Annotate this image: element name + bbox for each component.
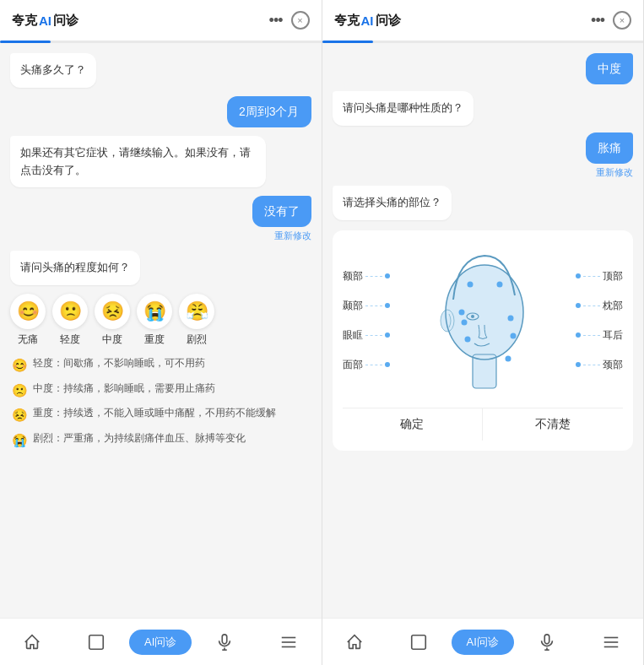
mic-icon-right [536, 631, 558, 653]
square-icon [85, 631, 107, 653]
left-nav-mic[interactable] [192, 631, 257, 653]
menu-icon-left [278, 631, 300, 653]
region-label-顶部[interactable]: 顶部 [603, 269, 623, 284]
left-re-edit[interactable]: 重新修改 [274, 230, 311, 242]
right-header-actions: ••• × [591, 11, 631, 30]
left-ai-pill[interactable]: AI问诊 [129, 630, 192, 655]
desc-emoji-0: 😊 [12, 356, 28, 376]
left-close-icon[interactable]: × [291, 11, 310, 30]
svg-rect-22 [411, 635, 425, 649]
desc-list: 😊 轻度：间歇痛，不影响睡眠，可不用药 🙁 中度：持续痛，影响睡眠，需要用止痛药… [10, 355, 278, 450]
left-header: 夸克AI问诊 ••• × [0, 0, 322, 41]
left-nav-ai[interactable]: AI问诊 [128, 630, 192, 655]
pain-emoji-1: 🙁 [52, 294, 88, 329]
pain-emoji-0: 😊 [10, 294, 46, 329]
home-icon-right [344, 631, 365, 653]
right-nav-mic[interactable] [515, 631, 579, 653]
svg-point-12 [471, 315, 474, 318]
left-title-ai: AI [39, 14, 51, 28]
left-chat-area: 头痛多久了？ 2周到3个月 如果还有其它症状，请继续输入。如果没有，请点击没有了… [0, 43, 322, 618]
right-nav-square[interactable] [387, 631, 451, 653]
desc-emoji-3: 😭 [12, 431, 28, 451]
user-msg-2: 没有了 [252, 196, 311, 227]
region-label-面部[interactable]: 面部 [343, 358, 363, 372]
left-panel: 夸克AI问诊 ••• × 头痛多久了？ 2周到3个月 如果还有其它症状，请继续输… [0, 0, 322, 665]
region-label-枕部[interactable]: 枕部 [603, 299, 623, 313]
right-header: 夸克AI问诊 ••• × [322, 0, 644, 41]
svg-rect-0 [89, 635, 104, 649]
right-title: 夸克AI问诊 [334, 13, 401, 29]
left-nav-home[interactable] [0, 631, 64, 653]
confirm-button[interactable]: 确定 [343, 408, 484, 441]
right-user-msg-2: 胀痛 [586, 132, 633, 164]
bot-msg-1: 头痛多久了？ [10, 53, 96, 88]
pain-opt-4[interactable]: 😤 剧烈 [179, 294, 214, 347]
desc-item-1: 🙁 中度：持续痛，影响睡眠，需要用止痛药 [12, 381, 276, 401]
region-label-额部[interactable]: 额部 [343, 269, 363, 284]
unclear-button[interactable]: 不清楚 [483, 408, 623, 441]
pain-label-3: 重度 [144, 332, 165, 347]
left-label-2-row: 眼眶 [343, 328, 390, 343]
user-msg-1-wrap: 2周到3个月 [10, 96, 311, 127]
right-title-prefix: 夸克 [334, 13, 360, 29]
pain-opt-2[interactable]: 😣 中度 [95, 294, 130, 347]
region-label-颞部[interactable]: 颞部 [343, 299, 363, 313]
svg-point-19 [510, 332, 516, 338]
svg-point-16 [458, 309, 464, 315]
pain-emoji-3: 😭 [137, 294, 172, 329]
left-label-1-row: 颞部 [343, 299, 390, 313]
left-nav-square[interactable] [64, 631, 128, 653]
user-msg-2-wrap: 没有了 重新修改 [10, 196, 311, 242]
left-nav-menu[interactable] [257, 631, 321, 653]
region-label-耳后[interactable]: 耳后 [603, 328, 623, 343]
right-bot-msg-2: 请选择头痛的部位？ [333, 186, 452, 220]
labels-right: 顶部 枕部 耳后 颈部 [571, 269, 623, 372]
right-nav-menu[interactable] [579, 631, 643, 653]
desc-emoji-1: 🙁 [12, 381, 28, 401]
diagram-actions: 确定 不清楚 [343, 408, 624, 441]
user-msg-1: 2周到3个月 [227, 96, 311, 127]
labels-left: 额部 颞部 眼眶 面部 [343, 269, 395, 372]
svg-point-14 [467, 281, 473, 287]
right-re-edit[interactable]: 重新修改 [596, 166, 633, 179]
right-bot-msg-1: 请问头痛是哪种性质的？ [333, 91, 474, 126]
head-illustration [432, 241, 533, 401]
right-title-suffix: 问诊 [376, 13, 401, 29]
right-ai-pill[interactable]: AI问诊 [452, 630, 514, 655]
pain-label-4: 剧烈 [187, 332, 207, 347]
right-user-msg-1-wrap: 中度 [333, 53, 634, 84]
right-nav-ai[interactable]: AI问诊 [451, 630, 515, 655]
svg-point-20 [464, 336, 470, 342]
head-diagram: 额部 颞部 眼眶 面部 [333, 230, 634, 451]
right-close-icon[interactable]: × [613, 11, 631, 30]
pain-opt-1[interactable]: 🙁 轻度 [52, 294, 88, 347]
pain-emoji-4: 😤 [179, 294, 214, 329]
mic-icon [214, 631, 235, 653]
left-dots-icon[interactable]: ••• [269, 12, 283, 30]
right-label-3-row: 颈部 [576, 358, 623, 372]
pain-opt-3[interactable]: 😭 重度 [137, 294, 172, 347]
desc-item-2: 😣 重度：持续透，不能入睡或睡中痛醒，不用药不能缓解 [12, 405, 276, 425]
right-nav-home[interactable] [322, 631, 387, 653]
right-label-2-row: 耳后 [576, 328, 623, 343]
pain-opt-0[interactable]: 😊 无痛 [10, 294, 46, 347]
head-svg-wrap [395, 241, 571, 401]
svg-point-21 [505, 355, 511, 361]
pain-label-2: 中度 [102, 332, 122, 347]
svg-point-18 [461, 319, 467, 325]
pain-emoji-2: 😣 [95, 294, 130, 329]
right-bottom-nav: AI问诊 [322, 618, 644, 665]
square-icon-right [408, 631, 430, 653]
left-title-prefix: 夸克 [12, 13, 37, 29]
bot-msg-2: 如果还有其它症状，请继续输入。如果没有，请点击没有了。 [10, 136, 266, 188]
pain-label-1: 轻度 [60, 332, 80, 347]
left-header-actions: ••• × [269, 11, 310, 30]
right-dots-icon[interactable]: ••• [591, 12, 604, 30]
region-label-眼眶[interactable]: 眼眶 [343, 328, 363, 343]
home-icon [21, 631, 43, 653]
right-title-ai: AI [361, 14, 374, 28]
right-user-msg-2-wrap: 胀痛 重新修改 [333, 132, 634, 179]
left-bottom-nav: AI问诊 [0, 618, 322, 665]
left-title: 夸克AI问诊 [12, 13, 78, 29]
region-label-颈部[interactable]: 颈部 [603, 358, 623, 372]
